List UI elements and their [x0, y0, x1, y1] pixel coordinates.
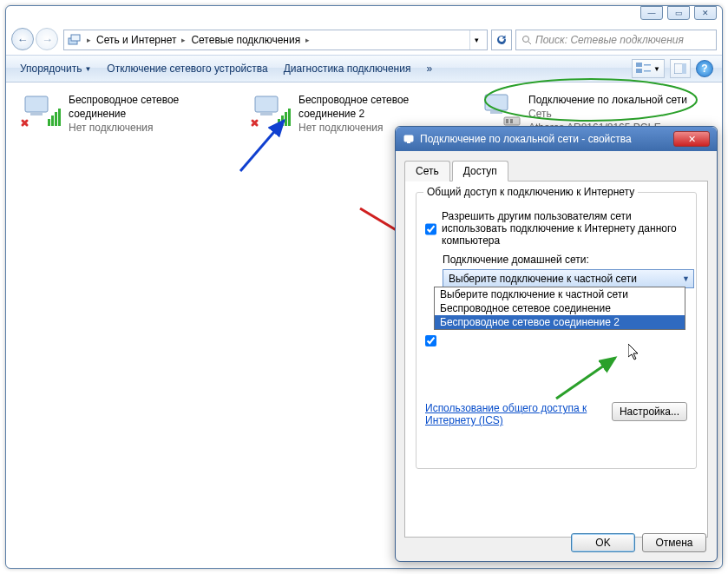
svg-rect-4: [636, 63, 642, 67]
svg-line-3: [528, 42, 531, 44]
network-icon: [403, 133, 415, 145]
minimize-button[interactable]: —: [640, 6, 663, 20]
search-icon: [521, 35, 532, 45]
annotation-arrow-blue: [232, 110, 301, 180]
svg-point-2: [523, 36, 529, 43]
organize-menu[interactable]: Упорядочить▼: [15, 59, 96, 78]
disable-device-button[interactable]: Отключение сетевого устройства: [102, 59, 272, 78]
help-button[interactable]: ?: [696, 60, 713, 77]
sharing-group: Общий доступ к подключению к Интернету Р…: [416, 192, 697, 469]
ok-button[interactable]: OK: [571, 533, 635, 552]
chevron-right-icon: ▸: [85, 36, 93, 44]
svg-rect-31: [407, 142, 410, 143]
home-connection-combo[interactable]: Выберите подключение к частной сети ▼: [443, 269, 694, 288]
preview-pane-button[interactable]: [670, 59, 691, 78]
svg-rect-14: [55, 112, 57, 126]
svg-rect-5: [636, 69, 642, 73]
breadcrumb-dropdown[interactable]: ▾: [469, 30, 483, 49]
cursor-icon: [628, 344, 640, 361]
svg-rect-13: [51, 115, 54, 126]
svg-rect-25: [506, 119, 508, 123]
svg-rect-26: [510, 119, 513, 123]
connection-status: Нет подключения: [69, 121, 234, 135]
properties-dialog: Подключение по локальной сети - свойства…: [395, 126, 718, 562]
nav-bar: ← → ▸ Сеть и Интернет ▸ Сетевые подключе…: [6, 25, 722, 55]
svg-rect-30: [404, 135, 413, 142]
svg-rect-6: [644, 64, 651, 66]
group-title: Общий доступ к подключению к Интернету: [423, 186, 638, 198]
refresh-button[interactable]: [491, 30, 512, 50]
combo-option[interactable]: Беспроводное сетевое соединение: [435, 301, 685, 315]
combo-option[interactable]: Выберите подключение к частной сети: [435, 287, 685, 301]
nav-buttons: ← →: [11, 28, 60, 52]
svg-rect-1: [71, 35, 80, 41]
view-mode-button[interactable]: ▼: [632, 59, 665, 78]
back-button[interactable]: ←: [11, 28, 34, 50]
svg-rect-15: [58, 109, 61, 126]
forward-button[interactable]: →: [36, 28, 58, 50]
dialog-close-button[interactable]: ✕: [673, 131, 710, 147]
allow-sharing-checkbox[interactable]: [425, 212, 436, 247]
search-input[interactable]: Поиск: Сетевые подключения: [515, 30, 717, 50]
svg-rect-10: [25, 96, 48, 112]
location-icon: [68, 33, 82, 47]
annotation-oval: [483, 77, 698, 122]
chevron-right-icon: ▸: [304, 36, 312, 44]
breadcrumb[interactable]: ▸ Сеть и Интернет ▸ Сетевые подключения …: [63, 30, 488, 50]
diagnose-button[interactable]: Диагностика подключения: [279, 59, 416, 78]
tabs: Сеть Доступ: [404, 160, 708, 181]
svg-line-28: [240, 121, 284, 171]
svg-rect-7: [644, 70, 651, 72]
tab-network[interactable]: Сеть: [404, 161, 450, 181]
svg-rect-9: [682, 63, 686, 74]
annotation-arrow-green: [548, 351, 626, 403]
maximize-button[interactable]: ▭: [667, 6, 690, 20]
dialog-titlebar: Подключение по локальной сети - свойства…: [396, 127, 717, 151]
allow-control-checkbox[interactable]: [425, 335, 436, 346]
chevron-right-icon: ▸: [180, 36, 187, 44]
window-controls: — ▭ ✕: [640, 6, 717, 20]
close-button[interactable]: ✕: [694, 6, 717, 20]
cancel-button[interactable]: Отмена: [642, 533, 706, 552]
wifi-disconnected-icon: [20, 93, 62, 128]
chevron-down-icon: ▼: [682, 274, 690, 283]
svg-point-27: [485, 79, 697, 121]
toolbar-overflow[interactable]: »: [421, 59, 437, 78]
svg-rect-12: [48, 119, 50, 126]
svg-line-32: [556, 358, 615, 399]
combo-option[interactable]: Беспроводное сетевое соединение 2: [435, 315, 685, 329]
svg-rect-11: [30, 112, 43, 115]
connection-item[interactable]: Беспроводное сетевое соединение Нет подк…: [16, 89, 238, 153]
combo-dropdown: Выберите подключение к частной сети Бесп…: [434, 287, 685, 330]
settings-button[interactable]: Настройка...: [612, 402, 687, 421]
dialog-title: Подключение по локальной сети - свойства: [420, 133, 632, 145]
connection-name: Беспроводное сетевое соединение 2: [298, 93, 464, 121]
tab-sharing[interactable]: Доступ: [452, 161, 508, 181]
connection-name: Беспроводное сетевое соединение: [69, 93, 234, 121]
ics-help-link[interactable]: Использование общего доступа к Интернету…: [425, 402, 599, 426]
allow-sharing-label: Разрешить другим пользователям сети испо…: [442, 210, 687, 247]
breadcrumb-seg[interactable]: Сеть и Интернет: [96, 34, 176, 46]
home-connection-label: Подключение домашней сети:: [443, 254, 687, 266]
breadcrumb-seg[interactable]: Сетевые подключения: [191, 34, 300, 46]
